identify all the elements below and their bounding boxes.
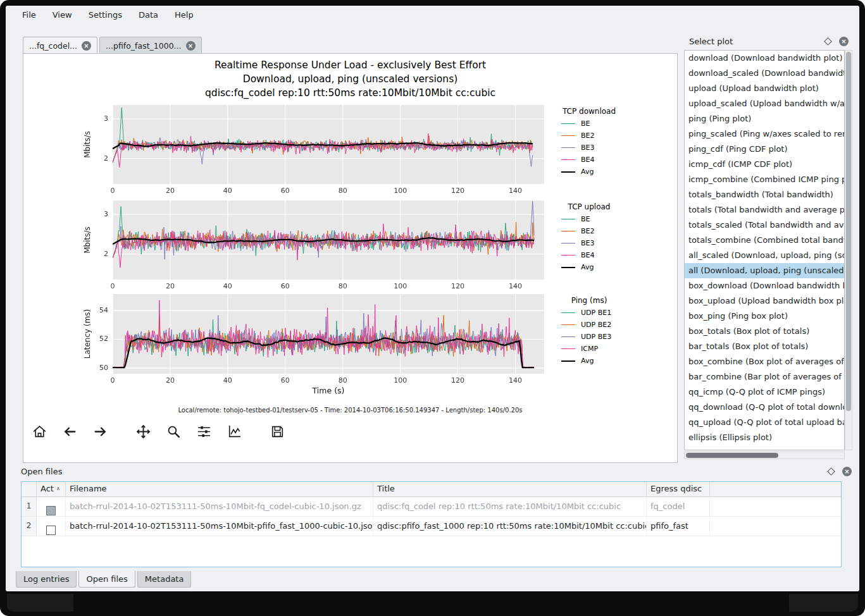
- open-files-dock: Open files × Act∧FilenameTitleEgress qdi…: [16, 464, 856, 569]
- plot-list-item[interactable]: qq_upload (Q-Q plot of total upload band…: [685, 415, 844, 430]
- column-header-act[interactable]: Act∧: [37, 482, 66, 497]
- legend-entry-be4: BE4: [546, 154, 654, 166]
- bottom-tab-metadata[interactable]: Metadata: [137, 571, 192, 588]
- plot-list-item[interactable]: totals_combine (Combined total bandwidth…: [685, 233, 844, 248]
- plot-list-item[interactable]: ping_scaled (Ping w/axes scaled to remov…: [685, 126, 844, 142]
- plot-list-item[interactable]: box_download (Download bandwidth box plo…: [685, 278, 844, 293]
- bottom-tab-open-files[interactable]: Open files: [78, 571, 135, 588]
- home-icon: [32, 424, 47, 440]
- plot-list-item[interactable]: ping (Ping plot): [685, 111, 844, 126]
- plot-list-horizontal-scrollbar[interactable]: [684, 452, 845, 459]
- pan-tool-button[interactable]: [134, 421, 152, 441]
- legend-swatch: [561, 336, 575, 337]
- menu-view[interactable]: View: [51, 10, 73, 20]
- row-number: 1: [22, 497, 37, 516]
- menu-help[interactable]: Help: [173, 10, 195, 20]
- table-row[interactable]: 2batch-rrul-2014-10-02T153111-50ms-10Mbi…: [22, 517, 841, 536]
- plot-list-item[interactable]: ping_cdf (Ping CDF plot): [685, 142, 844, 157]
- menu-settings[interactable]: Settings: [87, 10, 123, 20]
- dock-close-icon[interactable]: ×: [842, 467, 852, 476]
- bottom-tab-bar: Log entriesOpen filesMetadata: [16, 571, 193, 588]
- tab-label: ...pfifo_fast_1000...: [106, 41, 181, 51]
- zoom-tool-button[interactable]: [164, 421, 183, 441]
- table-row[interactable]: 1batch-rrul-2014-10-02T153111-50ms-10Mbi…: [22, 497, 841, 517]
- act-checkbox[interactable]: [46, 526, 56, 535]
- bottom-tab-log-entries[interactable]: Log entries: [16, 571, 77, 588]
- act-checkbox[interactable]: [46, 506, 56, 515]
- tab-label: ...fq_codel...: [29, 41, 77, 51]
- plot-list-vertical-scrollbar[interactable]: [845, 50, 852, 450]
- legend-entry-be4: BE4: [546, 249, 654, 261]
- home-tool-button[interactable]: [30, 421, 49, 441]
- forward-icon: [92, 424, 108, 440]
- plot-list-item[interactable]: box_ping (Ping box plot): [685, 309, 844, 324]
- dock-close-icon[interactable]: ×: [839, 37, 849, 46]
- scrollbar-thumb[interactable]: [686, 453, 778, 458]
- legend-entry-avg: Avg: [546, 355, 654, 367]
- plot-list-item[interactable]: totals_bandwidth (Total bandwidth): [685, 187, 844, 202]
- table-corner: [22, 482, 37, 497]
- plot-list-item[interactable]: bar_combine (Bar plot of averages of sev…: [685, 369, 844, 385]
- plot-list-item[interactable]: icmp_cdf (ICMP CDF plot): [685, 157, 844, 172]
- dock-float-icon[interactable]: [827, 467, 835, 476]
- menu-bar: FileViewSettingsDataHelp: [6, 6, 859, 23]
- frame-decoration-right: [789, 594, 858, 612]
- legend-entry-avg: Avg: [546, 166, 654, 178]
- legend-entry-be: BE: [546, 118, 654, 130]
- menu-file[interactable]: File: [21, 10, 37, 20]
- plot-list-item[interactable]: download (Download bandwidth plot): [685, 51, 844, 66]
- act-cell: [37, 497, 66, 516]
- legend-swatch: [561, 312, 575, 313]
- legend-label: BE: [581, 215, 590, 223]
- select-plot-dock: Select plot × download (Download bandwid…: [684, 34, 852, 467]
- tcp-download-legend: TCP downloadBEBE2BE3BE4Avg: [546, 107, 654, 178]
- plot-list-item[interactable]: upload (Upload bandwidth plot): [685, 81, 844, 96]
- tcp-download-chart[interactable]: [78, 102, 546, 195]
- legend-label: BE: [581, 120, 590, 128]
- figure-title-line-3: qdisc:fq_codel rep:10 rtt:50ms rate:10Mb…: [23, 86, 677, 100]
- document-tab-2[interactable]: ...pfifo_fast_1000...×: [99, 37, 201, 54]
- save-icon: [270, 424, 285, 440]
- tab-close-icon[interactable]: ×: [186, 41, 196, 51]
- plot-list-item[interactable]: download_scaled (Download bandwidth w/ax…: [685, 66, 844, 81]
- plot-list-item[interactable]: box_totals (Box plot of totals): [685, 324, 844, 339]
- plot-list-item[interactable]: ellipsis (Ellipsis plot): [685, 430, 844, 445]
- open-files-title: Open files: [21, 467, 828, 476]
- row-number: 2: [22, 517, 37, 536]
- forward-tool-button[interactable]: [90, 421, 109, 441]
- back-tool-button[interactable]: [60, 421, 79, 441]
- plot-list-item[interactable]: box_combine (Box plot of averages of sev…: [685, 354, 844, 369]
- open-files-titlebar: Open files ×: [16, 464, 856, 479]
- legend-title: TCP download: [550, 107, 628, 116]
- legend-entry-be2: BE2: [546, 225, 654, 237]
- plot-list-item[interactable]: icmp_combine (Combined ICMP ping plot): [685, 172, 844, 187]
- plot-list-item[interactable]: all_scaled (Download, upload, ping (scal…: [685, 248, 844, 263]
- document-tab-bar: ...fq_codel...×...pfifo_fast_1000...×: [23, 37, 204, 54]
- plot-list-item[interactable]: totals (Total bandwidth and average ping…: [685, 202, 844, 218]
- plot-list-item[interactable]: box_upload (Upload bandwidth box plot): [685, 293, 844, 309]
- tcp-upload-chart[interactable]: [78, 198, 546, 291]
- column-header-filename[interactable]: Filename: [66, 482, 373, 497]
- legend-swatch: [561, 267, 575, 268]
- plot-list-item[interactable]: all (Download, upload, ping (unscaled ve…: [685, 263, 844, 278]
- plot-list-item[interactable]: bar_totals (Box plot of totals): [685, 339, 844, 354]
- ping-chart[interactable]: [78, 292, 546, 397]
- document-tab-1[interactable]: ...fq_codel...×: [23, 37, 97, 54]
- column-header-egress-qdisc[interactable]: Egress qdisc: [647, 482, 710, 497]
- column-header-title[interactable]: Title: [373, 482, 647, 497]
- tab-close-icon[interactable]: ×: [82, 41, 91, 51]
- subplots-tool-button[interactable]: [194, 421, 213, 441]
- scrollbar-thumb[interactable]: [846, 52, 851, 411]
- pan-icon: [135, 424, 151, 440]
- menu-data[interactable]: Data: [137, 10, 159, 20]
- plot-list-item[interactable]: qq_download (Q-Q plot of total download …: [685, 400, 844, 415]
- plot-list-item[interactable]: upload_scaled (Upload bandwidth w/axes s…: [685, 96, 844, 111]
- plot-list-item[interactable]: qq_icmp (Q-Q plot of ICMP pings): [685, 385, 844, 400]
- legend-title: TCP upload: [550, 202, 628, 211]
- customize-tool-button[interactable]: [225, 421, 244, 441]
- plot-list-item[interactable]: totals_scaled (Total bandwidth and avera…: [685, 218, 844, 233]
- flent-window: FileViewSettingsDataHelp ...fq_codel...×…: [6, 6, 859, 591]
- save-tool-button[interactable]: [268, 421, 287, 441]
- legend-entry-be3: BE3: [546, 142, 654, 154]
- dock-float-icon[interactable]: [824, 37, 832, 46]
